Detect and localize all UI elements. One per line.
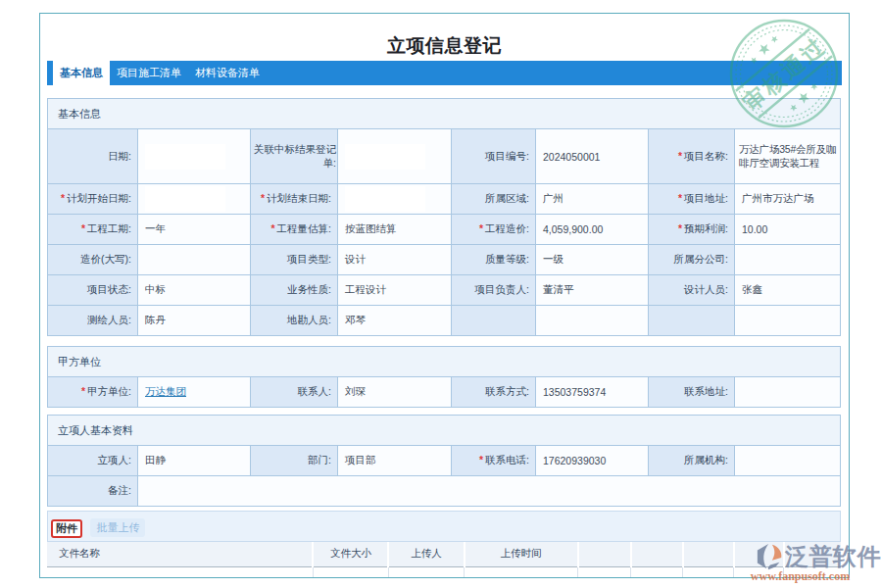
tab-0[interactable]: 基本信息 — [53, 61, 110, 85]
field-expected-profit-value-cell: 10.00 — [735, 215, 841, 245]
field-contact-person-value: 刘琛 — [345, 385, 366, 397]
section-header-row: 甲方单位 — [48, 347, 841, 377]
field-plan-start-date-label-cell: *计划开始日期: — [48, 184, 138, 215]
tab-1[interactable]: 项目施工清单 — [110, 61, 188, 85]
field-project-type-value: 设计 — [345, 253, 366, 265]
field-project-name-label: 项目名称: — [684, 150, 728, 162]
field-plan-start-date-label: 计划开始日期: — [67, 192, 131, 204]
field-expected-profit-label: 预期利润: — [684, 222, 728, 234]
field-quantity-estimate-label-cell: *工程量估算: — [251, 215, 338, 245]
batch-upload-button[interactable]: 批量上传 — [90, 518, 145, 537]
form-row: 造价(大写):项目类型:设计质量等级:一级所属分公司: — [48, 245, 841, 275]
field-party-a-unit-value-cell: 万达集团 — [138, 377, 251, 408]
form-row-remark: 备注: — [48, 476, 841, 507]
field-party-a-unit-label: 甲方单位: — [87, 385, 131, 397]
field-quantity-estimate-value-cell: 按蓝图结算 — [338, 215, 452, 245]
field-project-cost-value: 4,059,900.00 — [543, 223, 603, 235]
field-party-a-unit-link[interactable]: 万达集团 — [145, 385, 186, 397]
field-geotechnical-value: 邓琴 — [345, 314, 366, 325]
field-remark-value-cell — [138, 476, 841, 507]
field-surveyor-value: 陈丹 — [145, 314, 166, 325]
field-empty-2-value-cell — [735, 306, 841, 336]
field-project-address-label-cell: *项目地址: — [649, 184, 735, 215]
field-project-address-value-cell: 广州市万达广场 — [735, 184, 841, 215]
section-party_a: 甲方单位*甲方单位:万达集团联系人:刘琛联系方式:13503759374联系地址… — [47, 346, 841, 408]
field-project-manager-value-cell: 董清平 — [536, 275, 649, 306]
field-project-cost-value-cell: 4,059,900.00 — [536, 215, 649, 245]
field-project-duration-value: 一年 — [145, 222, 166, 234]
field-project-manager-value: 董清平 — [543, 283, 574, 295]
required-asterisk: * — [81, 222, 85, 234]
field-geotechnical-label-cell: 地勘人员: — [251, 306, 338, 336]
field-business-nature-value: 工程设计 — [345, 283, 386, 295]
field-project-duration-label-cell: *工程工期: — [48, 215, 138, 245]
attachment-col-0: 文件名称 — [47, 542, 313, 566]
form-row: *计划开始日期:*计划结束日期:所属区域:广州*项目地址:广州市万达广场 — [48, 184, 841, 215]
field-plan-start-date-input[interactable] — [145, 186, 225, 212]
required-asterisk: * — [61, 192, 65, 204]
field-designer-label: 设计人员: — [684, 283, 728, 295]
field-business-nature-label-cell: 业务性质: — [251, 275, 338, 306]
field-project-status-label-cell: 项目状态: — [48, 275, 138, 306]
field-department-label-cell: 部门: — [251, 446, 338, 476]
field-plan-end-date-input[interactable] — [345, 186, 425, 212]
field-contact-way-label: 联系方式: — [485, 385, 529, 397]
field-organization-label: 所属机构: — [684, 454, 728, 466]
field-branch-company-value-cell — [735, 245, 841, 275]
section-header-row: 立项人基本资料 — [48, 416, 841, 446]
field-project-no-value-cell: 2024050001 — [536, 129, 649, 184]
field-related-bid-result-label-cell: 关联中标结果登记单: — [251, 129, 338, 184]
field-party-a-unit-label-cell: *甲方单位: — [48, 377, 138, 408]
field-quality-grade-label: 质量等级: — [485, 253, 529, 265]
field-cost-in-words-label: 造价(大写): — [80, 253, 131, 265]
field-founder-value-cell: 田静 — [138, 446, 251, 476]
field-cost-in-words-value-cell — [138, 245, 251, 275]
required-asterisk: * — [678, 192, 682, 204]
attachment-col-1: 文件大小 — [313, 542, 388, 566]
required-asterisk: * — [81, 385, 85, 397]
field-project-duration-value-cell: 一年 — [138, 215, 251, 245]
field-branch-company-label-cell: 所属分公司: — [649, 245, 735, 275]
field-branch-company-label: 所属分公司: — [674, 253, 728, 265]
attachment-toolbar: 附件 批量上传 — [47, 511, 841, 542]
field-project-name-value-line2: 啡厅空调安装工程 — [739, 157, 840, 171]
field-date-value-cell — [138, 129, 251, 184]
field-department-label: 部门: — [308, 454, 331, 466]
field-date-label-cell: 日期: — [48, 129, 138, 184]
field-designer-value-cell: 张鑫 — [735, 275, 841, 306]
field-quantity-estimate-label: 工程量估算: — [277, 222, 331, 234]
stamp-text: 审核通过 — [739, 32, 831, 116]
required-asterisk: * — [678, 150, 682, 162]
field-designer-value: 张鑫 — [742, 283, 762, 295]
field-business-nature-label: 业务性质: — [287, 283, 331, 295]
attachment-empty-cell — [631, 566, 683, 578]
field-project-no-label: 项目编号: — [485, 150, 529, 162]
field-project-cost-label-cell: *工程造价: — [452, 215, 536, 245]
attachment-col-2: 上传人 — [388, 542, 464, 566]
field-project-address-label: 项目地址: — [684, 192, 728, 204]
form-row: 测绘人员:陈丹地勘人员:邓琴 — [48, 306, 841, 336]
field-related-bid-result-input[interactable] — [345, 144, 425, 170]
field-surveyor-value-cell: 陈丹 — [138, 306, 251, 336]
field-plan-start-date-value-cell — [138, 184, 251, 215]
attachment-empty-cell — [465, 566, 578, 578]
field-date-input[interactable] — [145, 144, 225, 170]
attachment-tab-button[interactable]: 附件 — [51, 519, 82, 538]
field-founder-value: 田静 — [145, 454, 166, 466]
field-organization-label-cell: 所属机构: — [649, 446, 735, 476]
field-contact-address-value-cell — [735, 377, 841, 408]
field-founder-label-cell: 立项人: — [48, 446, 138, 476]
field-expected-profit-value: 10.00 — [742, 223, 767, 235]
tab-2[interactable]: 材料设备清单 — [188, 61, 267, 85]
field-project-type-label: 项目类型: — [287, 253, 331, 265]
field-department-value-cell: 项目部 — [338, 446, 452, 476]
field-geotechnical-label: 地勘人员: — [287, 314, 331, 325]
form-row: 项目状态:中标业务性质:工程设计项目负责人:董清平设计人员:张鑫 — [48, 275, 841, 306]
field-department-value: 项目部 — [345, 454, 376, 466]
field-organization-value-cell — [735, 446, 841, 476]
field-founder-label: 立项人: — [98, 454, 131, 466]
field-contact-phone-value: 17620939030 — [543, 455, 606, 466]
field-geotechnical-value-cell: 邓琴 — [338, 306, 452, 336]
field-project-status-value: 中标 — [145, 283, 166, 295]
vendor-logo-icon — [756, 542, 785, 571]
